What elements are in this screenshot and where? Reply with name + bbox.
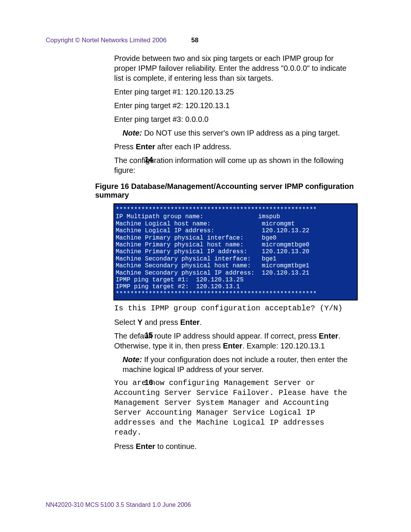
- s16-pre: Press: [114, 442, 136, 451]
- press-enter: Enter: [136, 142, 155, 151]
- copyright-text: Copyright © Nortel Networks Limited 2006: [46, 37, 167, 44]
- step-15-note: Note: If your configuration does not inc…: [114, 355, 350, 374]
- note-body-15: If your configuration does not include a…: [123, 355, 347, 374]
- page-number: 58: [191, 37, 198, 44]
- after-figure-block: Is this IPMP group configuration accepta…: [114, 304, 350, 327]
- note-body: Do NOT use this server's own IP address …: [142, 129, 340, 137]
- ping-target-2: Enter ping target #2: 120.120.13.1: [114, 101, 350, 110]
- ping-target-3: Enter ping target #3: 0.0.0.0: [114, 114, 350, 124]
- note-label: Note:: [123, 129, 142, 137]
- note-label-15: Note:: [123, 355, 142, 364]
- s16-post: to continue.: [155, 442, 197, 451]
- note-block: Note: Do NOT use this server's own IP ad…: [114, 128, 350, 138]
- press-pre: Press: [114, 142, 136, 151]
- sel-post: .: [200, 318, 202, 326]
- s16-enter: Enter: [136, 442, 155, 451]
- step-16-body: You are now configuring Management Serve…: [114, 378, 350, 438]
- figure-title: Figure 16 Database/Management/Accounting…: [95, 182, 354, 200]
- sel-enter: Enter: [180, 318, 199, 326]
- step-16-block: 16 You are now configuring Management Se…: [46, 378, 365, 451]
- ping-target-1: Enter ping target #1: 120.120.13.25: [114, 87, 350, 97]
- step-16-press: Press Enter to continue.: [114, 441, 350, 451]
- press-enter-line: Press Enter after each IP address.: [114, 142, 350, 152]
- intro-paragraph: Provide between two and six ping targets…: [114, 53, 350, 83]
- sel-y: Y: [137, 318, 142, 326]
- intro-block: Provide between two and six ping targets…: [114, 53, 350, 152]
- sel-mid: and press: [143, 318, 180, 326]
- step-15-block: 15 The default route IP address should a…: [46, 331, 365, 374]
- page-header: Copyright © Nortel Networks Limited 2006…: [46, 37, 365, 44]
- s15-enter1: Enter: [319, 332, 338, 340]
- step-number-14: 14: [145, 155, 153, 164]
- document-page: Copyright © Nortel Networks Limited 2006…: [0, 0, 411, 532]
- terminal-screenshot: ****************************************…: [113, 203, 358, 300]
- step-number-15: 15: [145, 331, 153, 340]
- s15-post: . Example: 120.120.13.1: [242, 342, 325, 350]
- select-y-line: Select Y and press Enter.: [114, 317, 350, 327]
- sel-pre: Select: [114, 318, 137, 326]
- step-number-16: 16: [145, 378, 153, 387]
- page-footer: NN42020-310 MCS 5100 3.5 Standard 1.0 Ju…: [46, 502, 191, 508]
- step-14-block: 14 The configuration information will co…: [46, 155, 365, 175]
- s15-enter2: Enter: [223, 342, 242, 350]
- press-post: after each IP address.: [155, 142, 232, 151]
- confirmation-prompt: Is this IPMP group configuration accepta…: [114, 304, 350, 313]
